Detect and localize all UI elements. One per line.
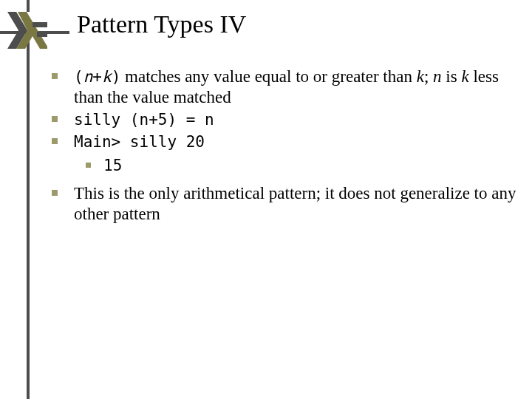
bullet-item-4: This is the only arithmetical pattern; i… [50,183,520,225]
bullet-item-1: (n+k) matches any value equal to or grea… [50,66,520,108]
code-output: 15 [103,157,122,174]
var-n: n [433,67,442,86]
sub-bullet-item-1: 15 [74,157,520,176]
code-text: + [92,68,102,86]
bullet-item-2: silly (n+5) = n [50,109,520,130]
code-var-k: k [102,68,112,86]
decorative-rule-vertical [27,31,30,399]
svg-rect-3 [37,32,47,37]
decorative-rule-top [27,0,30,12]
slide: Pattern Types IV (n+k) matches any value… [0,0,532,399]
body-text: matches any value equal to or greater th… [120,67,416,86]
svg-rect-2 [33,22,47,27]
code-var-n: n [83,68,93,86]
var-k: k [417,67,424,86]
slide-header: Pattern Types IV [0,0,532,50]
bullet-item-3: Main> silly 20 15 [50,132,520,176]
code-line: silly (n+5) = n [74,111,214,129]
haskell-logo-icon [7,12,47,49]
slide-content: (n+k) matches any value equal to or grea… [50,66,520,226]
body-text: is [442,67,462,86]
var-k: k [461,67,468,86]
code-text: ) [112,68,121,86]
code-text: ( [74,68,83,86]
code-line: Main> silly 20 [74,133,205,151]
body-text: This is the only arithmetical pattern; i… [74,184,516,223]
page-title: Pattern Types IV [77,10,246,38]
body-text: ; [424,67,433,86]
